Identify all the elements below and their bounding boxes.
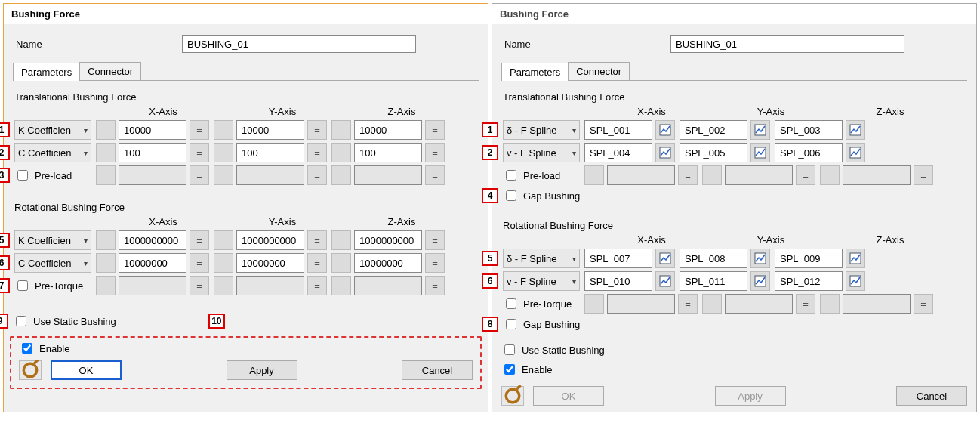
pretorque-checkbox[interactable] [17,280,28,291]
picker-button[interactable] [584,294,604,314]
dfs-z-input[interactable] [775,120,843,140]
picker-button[interactable] [214,230,233,250]
rvfs-y-input[interactable] [680,271,747,291]
rk-y-input[interactable] [236,230,304,250]
equals-button[interactable] [914,165,933,185]
c-coeff-dropdown[interactable]: C Coefficien▾ [14,143,91,162]
equals-button[interactable] [307,253,327,273]
equals-button[interactable] [307,230,327,250]
config-icon[interactable] [501,386,524,406]
rdfs-z-input[interactable] [775,249,843,268]
picker-button[interactable] [96,230,116,250]
c-x-input[interactable] [119,143,186,162]
picker-button[interactable] [331,253,351,273]
chart-icon[interactable] [750,271,770,291]
rvfs-z-input[interactable] [775,271,843,291]
equals-button[interactable] [796,165,815,185]
c-z-input[interactable] [354,143,422,162]
tab-parameters[interactable]: Parameters [13,63,80,81]
picker-button[interactable] [702,294,722,314]
equals-button[interactable] [307,143,327,162]
enable-checkbox[interactable] [504,364,515,375]
equals-button[interactable] [190,253,209,273]
equals-button[interactable] [307,165,327,185]
equals-button[interactable] [307,276,327,295]
name-input[interactable] [182,35,416,53]
picker-button[interactable] [96,165,116,185]
chart-icon[interactable] [750,249,770,268]
picker-button[interactable] [96,253,116,273]
apply-button[interactable]: Apply [227,360,297,380]
rot-delta-dropdown[interactable]: δ - F Spline▾ [503,249,580,268]
picker-button[interactable] [331,276,351,295]
rdfs-x-input[interactable] [584,249,652,268]
picker-button[interactable] [820,165,840,185]
picker-button[interactable] [96,120,116,140]
name-input[interactable] [670,35,904,53]
picker-button[interactable] [214,165,233,185]
chart-icon[interactable] [655,143,675,162]
picker-button[interactable] [214,143,233,162]
static-bushing-checkbox[interactable] [16,316,26,326]
chart-icon[interactable] [846,120,865,140]
dfs-x-input[interactable] [584,120,652,140]
equals-button[interactable] [425,165,445,185]
picker-button[interactable] [820,294,840,314]
rk-z-input[interactable] [354,230,422,250]
picker-button[interactable] [331,230,351,250]
rot-k-dropdown[interactable]: K Coefficien▾ [14,230,91,250]
chart-icon[interactable] [750,143,770,162]
picker-button[interactable] [584,165,604,185]
equals-button[interactable] [678,294,698,314]
rot-c-dropdown[interactable]: C Coefficien▾ [14,253,91,273]
enable-checkbox[interactable] [22,343,32,354]
equals-button[interactable] [307,120,327,140]
rc-x-input[interactable] [119,253,186,273]
equals-button[interactable] [425,230,445,250]
picker-button[interactable] [214,120,233,140]
cancel-button[interactable]: Cancel [896,386,967,406]
preload-checkbox[interactable] [506,170,516,181]
equals-button[interactable] [190,276,209,295]
rvfs-x-input[interactable] [584,271,652,291]
equals-button[interactable] [796,294,815,314]
equals-button[interactable] [190,120,209,140]
picker-button[interactable] [702,165,722,185]
vfs-x-input[interactable] [584,143,652,162]
cancel-button[interactable]: Cancel [402,360,473,380]
tab-parameters[interactable]: Parameters [501,63,569,81]
equals-button[interactable] [425,143,445,162]
tab-connector[interactable]: Connector [79,62,141,80]
rdfs-y-input[interactable] [680,249,747,268]
k-coeff-dropdown[interactable]: K Coefficien▾ [14,120,91,140]
chart-icon[interactable] [846,143,865,162]
picker-button[interactable] [96,143,116,162]
pretorque-checkbox[interactable] [506,298,516,309]
picker-button[interactable] [331,120,351,140]
picker-button[interactable] [214,276,233,295]
chart-icon[interactable] [655,271,675,291]
config-icon[interactable] [19,360,42,380]
gap-bushing-checkbox[interactable] [506,319,516,329]
vfs-z-input[interactable] [775,143,843,162]
picker-button[interactable] [96,276,116,295]
picker-button[interactable] [331,143,351,162]
equals-button[interactable] [190,165,209,185]
rk-x-input[interactable] [119,230,186,250]
equals-button[interactable] [678,165,698,185]
k-y-input[interactable] [236,120,304,140]
ok-button[interactable]: OK [51,360,122,380]
tab-connector[interactable]: Connector [568,62,630,80]
k-z-input[interactable] [354,120,422,140]
equals-button[interactable] [425,253,445,273]
chart-icon[interactable] [750,120,770,140]
equals-button[interactable] [190,143,209,162]
rc-y-input[interactable] [236,253,304,273]
static-bushing-checkbox[interactable] [504,344,515,355]
picker-button[interactable] [214,253,233,273]
rot-v-dropdown[interactable]: v - F Spline▾ [503,271,580,291]
v-spline-dropdown[interactable]: v - F Spline▾ [503,143,580,162]
equals-button[interactable] [914,294,933,314]
k-x-input[interactable] [119,120,186,140]
equals-button[interactable] [425,120,445,140]
